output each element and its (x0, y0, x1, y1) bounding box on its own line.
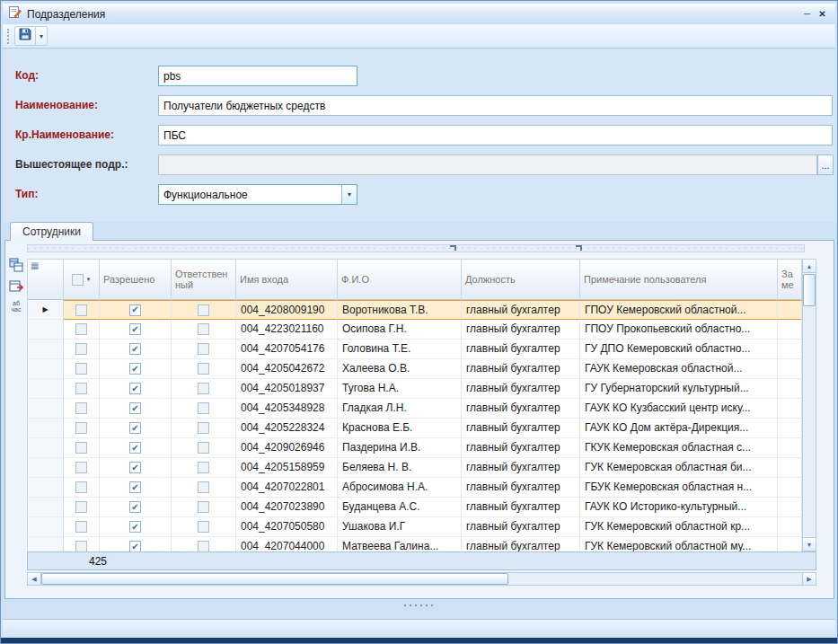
fio-cell[interactable]: Беляева Н. В. (338, 458, 462, 478)
fio-cell[interactable]: Тугова Н.А. (338, 379, 462, 399)
table-row[interactable]: 004_4205018937Тугова Н.А.главный бухгалт… (28, 379, 802, 399)
responsible-cell[interactable] (172, 419, 236, 438)
allowed-cell[interactable] (100, 458, 172, 478)
row-indicator[interactable] (28, 340, 64, 359)
grid-top-scrollbar[interactable] (27, 244, 805, 252)
row-select-checkbox[interactable] (75, 304, 87, 316)
column-header-note[interactable]: Примечание пользователя (580, 259, 778, 300)
row-select-checkbox[interactable] (75, 343, 87, 355)
row-select-cell[interactable] (64, 359, 100, 379)
table-row[interactable]: ▶004_4208009190Воротникова Т.В.главный б… (28, 300, 802, 320)
allowed-checkbox[interactable] (129, 481, 141, 493)
responsible-checkbox[interactable] (198, 343, 209, 355)
table-row[interactable]: 004_4205158959Беляева Н. В.главный бухга… (28, 458, 802, 478)
allowed-checkbox[interactable] (129, 442, 141, 454)
allowed-cell[interactable] (100, 320, 172, 340)
vertical-scroll-thumb[interactable] (803, 274, 816, 306)
row-indicator[interactable] (28, 399, 64, 419)
responsible-cell[interactable] (172, 359, 236, 379)
note-cell[interactable]: ГУ Губернаторский культурный... (580, 379, 778, 399)
column-header-position[interactable]: Должность (462, 259, 580, 300)
responsible-checkbox[interactable] (198, 422, 209, 434)
table-row[interactable]: 004_4223021160Осипова Г.Н.главный бухгал… (28, 320, 802, 340)
login-cell[interactable]: 004_4207022801 (236, 478, 338, 498)
note-cell[interactable]: ГУ ДПО Кемеровский областно... (580, 340, 778, 359)
login-cell[interactable]: 004_4207050580 (236, 517, 338, 537)
responsible-checkbox[interactable] (198, 442, 209, 454)
allowed-checkbox[interactable] (129, 422, 141, 434)
fio-cell[interactable]: Краснова Е.Б. (338, 419, 462, 438)
position-cell[interactable]: главный бухгалтер (462, 419, 580, 438)
row-indicator[interactable] (28, 498, 64, 517)
extra-cell[interactable] (778, 498, 802, 517)
row-select-checkbox[interactable] (75, 383, 87, 394)
note-cell[interactable]: ГАУК КО Кузбасский центр иску... (580, 399, 778, 419)
fio-cell[interactable]: Головина Т.Е. (338, 340, 462, 359)
fio-cell[interactable]: Осипова Г.Н. (338, 320, 462, 340)
login-cell[interactable]: 004_4207044000 (236, 537, 338, 551)
table-row[interactable]: 004_4207054176Головина Т.Е.главный бухга… (28, 340, 802, 359)
login-cell[interactable]: 004_4205348928 (236, 399, 338, 419)
extra-cell[interactable] (778, 458, 802, 478)
type-dropdown-button[interactable]: ▼ (341, 185, 357, 204)
responsible-cell[interactable] (172, 438, 236, 458)
note-cell[interactable]: ГАУК КО Дом актёра-Дирекция... (580, 419, 778, 438)
select-all-header[interactable]: ▼ (64, 259, 100, 300)
select-all-caret-icon[interactable]: ▼ (86, 277, 92, 282)
allowed-cell[interactable] (100, 340, 172, 359)
row-select-cell[interactable] (64, 517, 100, 537)
row-select-checkbox[interactable] (75, 541, 87, 551)
table-row[interactable]: 004_4207022801Абросимова Н.А.главный бух… (28, 478, 802, 498)
login-cell[interactable]: 004_4205018937 (236, 379, 338, 399)
responsible-cell[interactable] (172, 379, 236, 399)
row-indicator[interactable] (28, 537, 64, 551)
table-row[interactable]: 004_4207044000Матвеева Галина...главный … (28, 537, 802, 551)
type-select[interactable] (158, 184, 357, 205)
login-cell[interactable]: 004_4209026946 (236, 438, 338, 458)
allowed-checkbox[interactable] (129, 343, 141, 355)
position-cell[interactable]: главный бухгалтер (462, 379, 580, 399)
extra-cell[interactable] (778, 537, 802, 551)
row-select-checkbox[interactable] (75, 402, 87, 414)
allowed-cell[interactable] (100, 478, 172, 498)
responsible-cell[interactable] (172, 399, 236, 419)
login-cell[interactable]: 004_4207023890 (236, 498, 338, 517)
row-select-checkbox[interactable] (75, 422, 87, 434)
row-select-cell[interactable] (64, 419, 100, 438)
allowed-cell[interactable] (100, 498, 172, 517)
row-select-checkbox[interactable] (75, 323, 87, 335)
parent-picker-button[interactable]: ... (817, 154, 834, 175)
position-cell[interactable]: главный бухгалтер (462, 438, 580, 458)
scroll-left-icon[interactable]: ◀ (28, 573, 41, 585)
row-indicator[interactable] (28, 517, 64, 537)
row-select-cell[interactable] (64, 498, 100, 517)
extra-cell[interactable] (778, 300, 802, 320)
allowed-cell[interactable] (100, 379, 172, 399)
short-name-input[interactable] (158, 125, 833, 146)
fio-cell[interactable]: Воротникова Т.В. (338, 300, 462, 320)
position-cell[interactable]: главный бухгалтер (462, 517, 580, 537)
position-cell[interactable]: главный бухгалтер (462, 478, 580, 498)
column-header-allowed[interactable]: Разрешено (100, 259, 172, 300)
save-button[interactable] (14, 26, 36, 46)
tab-employees[interactable]: Сотрудники (10, 222, 93, 241)
name-input[interactable] (158, 95, 833, 116)
fio-cell[interactable]: Ушакова И.Г (338, 517, 462, 537)
row-select-cell[interactable] (64, 320, 100, 340)
toolbar-drag-grip[interactable] (7, 29, 9, 44)
row-select-cell[interactable] (64, 537, 100, 551)
allowed-checkbox[interactable] (129, 521, 141, 533)
responsible-checkbox[interactable] (198, 501, 209, 513)
extra-cell[interactable] (778, 379, 802, 399)
row-select-checkbox[interactable] (75, 481, 87, 493)
allowed-cell[interactable] (100, 419, 172, 438)
responsible-checkbox[interactable] (198, 383, 209, 394)
note-cell[interactable]: ГПОУ Прокопьевский областно... (580, 320, 778, 340)
select-all-checkbox[interactable] (72, 274, 84, 286)
row-select-cell[interactable] (64, 399, 100, 419)
extra-cell[interactable] (778, 320, 802, 340)
position-cell[interactable]: главный бухгалтер (462, 359, 580, 379)
allowed-checkbox[interactable] (129, 402, 141, 414)
login-cell[interactable]: 004_4205228324 (236, 419, 338, 438)
login-cell[interactable]: 004_4207054176 (236, 340, 338, 359)
